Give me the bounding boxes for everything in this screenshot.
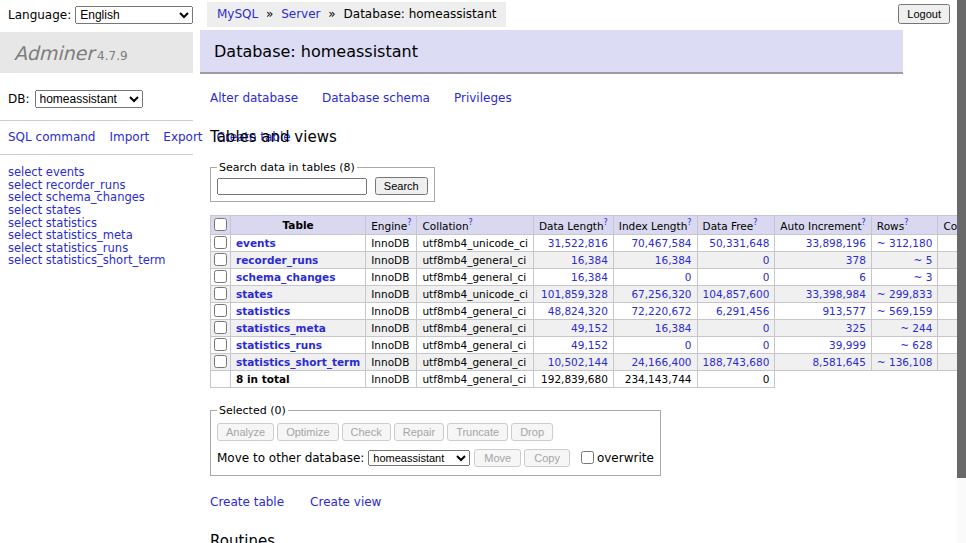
index-length-link[interactable]: 24,166,400: [631, 356, 691, 368]
total-index-length-cell: 234,143,744: [613, 370, 697, 387]
help-link[interactable]: ?: [687, 218, 691, 227]
row-checkbox[interactable]: [214, 321, 227, 334]
data-length-link[interactable]: 49,152: [571, 322, 608, 334]
sidebar-link-export[interactable]: Export: [163, 130, 202, 144]
breadcrumb-link-mysql[interactable]: MySQL: [217, 7, 258, 21]
help-link[interactable]: ?: [407, 218, 411, 227]
data-free-link[interactable]: 188,743,680: [703, 356, 770, 368]
create-table-link[interactable]: Create table: [210, 495, 284, 509]
data-length-link[interactable]: 16,384: [571, 254, 608, 266]
index-length-link[interactable]: 70,467,584: [631, 237, 691, 249]
breadcrumb-link-server[interactable]: Server: [281, 7, 320, 21]
auto-increment-link[interactable]: 8,581,645: [812, 356, 865, 368]
index-length-link[interactable]: 72,220,672: [631, 305, 691, 317]
overwrite-checkbox[interactable]: [581, 451, 594, 464]
index-length-link[interactable]: 0: [685, 339, 692, 351]
row-checkbox[interactable]: [214, 338, 227, 351]
db-link-alter-database[interactable]: Alter database: [210, 91, 298, 105]
check-button[interactable]: Check: [342, 423, 391, 441]
index-length-link[interactable]: 67,256,320: [631, 288, 691, 300]
total-row: 8 in totalInnoDButf8mb4_general_ci192,83…: [211, 370, 966, 387]
rows-count-link[interactable]: ~ 136,108: [877, 356, 933, 368]
data-free-link[interactable]: 50,331,648: [709, 237, 769, 249]
logout-button[interactable]: Logout: [898, 4, 950, 24]
row-checkbox[interactable]: [214, 355, 227, 368]
table-name-link[interactable]: statistics_short_term: [236, 356, 360, 368]
row-checkbox[interactable]: [214, 270, 227, 283]
help-link[interactable]: ?: [904, 218, 908, 227]
table-name-link[interactable]: statistics_runs: [236, 339, 322, 351]
rows-count-link[interactable]: ~ 569,159: [877, 305, 933, 317]
auto-increment-link[interactable]: 33,398,984: [806, 288, 866, 300]
rows-count-link[interactable]: ~ 628: [900, 339, 932, 351]
copy-button[interactable]: Copy: [524, 449, 570, 467]
table-name-link[interactable]: statistics_meta: [236, 322, 326, 334]
auto-increment-link[interactable]: 325: [846, 322, 866, 334]
help-link[interactable]: ?: [862, 218, 866, 227]
index-length-link[interactable]: 16,384: [655, 254, 692, 266]
data-free-link[interactable]: 0: [763, 254, 770, 266]
data-free-link[interactable]: 6,291,456: [716, 305, 769, 317]
language-select[interactable]: English: [75, 6, 193, 24]
vertical-scrollbar-thumb[interactable]: [957, 0, 966, 478]
db-select[interactable]: homeassistant: [35, 90, 143, 108]
table-name-link[interactable]: statistics: [236, 305, 290, 317]
table-name-link[interactable]: events: [236, 237, 276, 249]
index-length-link[interactable]: 16,384: [655, 322, 692, 334]
data-free-link[interactable]: 0: [763, 322, 770, 334]
data-free-link[interactable]: 104,857,600: [703, 288, 770, 300]
rows-count-link[interactable]: ~ 312,180: [877, 237, 933, 249]
move-button[interactable]: Move: [474, 449, 521, 467]
select-link[interactable]: select: [8, 253, 42, 267]
help-link[interactable]: ?: [753, 218, 757, 227]
sidebar-link-sql-command[interactable]: SQL command: [8, 130, 95, 144]
select-all-checkbox[interactable]: [214, 218, 227, 231]
search-button[interactable]: Search: [375, 177, 428, 195]
table-link-statistics_short_term[interactable]: statistics_short_term: [46, 253, 166, 267]
drop-button[interactable]: Drop: [511, 423, 553, 441]
rows-count-link[interactable]: ~ 3: [914, 271, 933, 283]
truncate-button[interactable]: Truncate: [447, 423, 508, 441]
sidebar-link-import[interactable]: Import: [109, 130, 149, 144]
data-length-link[interactable]: 49,152: [571, 339, 608, 351]
auto-increment-link[interactable]: 913,577: [822, 305, 865, 317]
data-free-link[interactable]: 0: [763, 271, 770, 283]
vertical-scrollbar-track[interactable]: [957, 0, 966, 543]
row-checkbox[interactable]: [214, 253, 227, 266]
data-free-link[interactable]: 0: [763, 339, 770, 351]
data-length-link[interactable]: 101,859,328: [541, 288, 608, 300]
app-version-link[interactable]: 4.7.9: [97, 49, 128, 63]
auto-increment-link[interactable]: 39,999: [829, 339, 866, 351]
collation-cell: utf8mb4_general_ci: [417, 268, 533, 285]
help-link[interactable]: ?: [469, 218, 473, 227]
repair-button[interactable]: Repair: [394, 423, 444, 441]
row-checkbox[interactable]: [214, 236, 227, 249]
db-link-privileges[interactable]: Privileges: [454, 91, 512, 105]
engine-cell: InnoDB: [366, 268, 417, 285]
data-length-link[interactable]: 10,502,144: [548, 356, 608, 368]
operation-buttons-row: AnalyzeOptimizeCheckRepairTruncateDrop: [217, 423, 654, 441]
analyze-button[interactable]: Analyze: [217, 423, 274, 441]
data-length-link[interactable]: 31,522,816: [548, 237, 608, 249]
help-link[interactable]: ?: [604, 218, 608, 227]
rows-count-link[interactable]: ~ 244: [900, 322, 932, 334]
rows-count-link[interactable]: ~ 5: [914, 254, 933, 266]
auto-increment-link[interactable]: 6: [859, 271, 866, 283]
rows-count-link[interactable]: ~ 299,833: [877, 288, 933, 300]
db-link-database-schema[interactable]: Database schema: [322, 91, 430, 105]
table-name-link[interactable]: schema_changes: [236, 271, 336, 283]
auto-increment-link[interactable]: 378: [846, 254, 866, 266]
table-name-link[interactable]: recorder_runs: [236, 254, 318, 266]
search-input[interactable]: [217, 178, 367, 195]
index-length-link[interactable]: 0: [685, 271, 692, 283]
optimize-button[interactable]: Optimize: [277, 423, 338, 441]
data-length-link[interactable]: 16,384: [571, 271, 608, 283]
move-db-select[interactable]: homeassistant: [368, 450, 470, 466]
engine-cell: InnoDB: [366, 251, 417, 268]
data-length-link[interactable]: 48,824,320: [548, 305, 608, 317]
row-checkbox[interactable]: [214, 304, 227, 317]
create-view-link[interactable]: Create view: [310, 495, 381, 509]
auto-increment-link[interactable]: 33,898,196: [806, 237, 866, 249]
table-name-link[interactable]: states: [236, 288, 273, 300]
row-checkbox[interactable]: [214, 287, 227, 300]
